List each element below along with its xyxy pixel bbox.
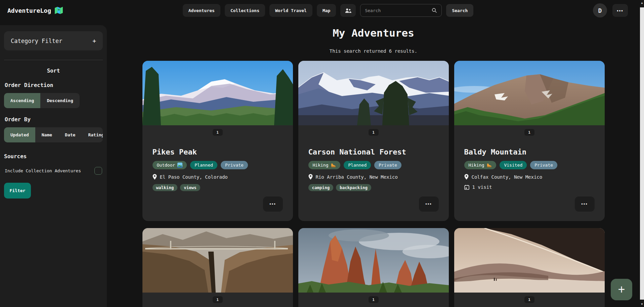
scroll-down-arrow-icon[interactable]: ▼ xyxy=(640,303,644,306)
privacy-badge: Private xyxy=(530,161,557,169)
category-filter-toggle[interactable]: Category Filter + xyxy=(4,31,103,50)
adventure-photo xyxy=(142,228,293,293)
order-by-group: Updated Name Date Rating xyxy=(4,127,103,142)
adventure-card-carson-national-forest[interactable]: 1 Carson National Forest Hiking Planned … xyxy=(298,61,449,221)
adventure-card-4[interactable]: 1 xyxy=(142,228,293,307)
card-menu-button[interactable]: ••• xyxy=(419,196,439,212)
category-badge: Outdoor xyxy=(153,161,187,169)
nav-item-collections[interactable]: Collections xyxy=(225,4,265,17)
location-pin-icon xyxy=(153,174,157,180)
filter-sidebar: Category Filter + Sort Order Direction A… xyxy=(0,25,107,307)
hiking-boot-icon xyxy=(331,163,336,168)
category-filter-label: Category Filter xyxy=(11,38,62,44)
tag: camping xyxy=(308,184,334,191)
plus-icon: + xyxy=(92,37,96,44)
adventure-card-6[interactable]: 1 xyxy=(454,228,605,307)
sidebar-divider xyxy=(4,60,103,60)
status-badge: Planned xyxy=(190,161,217,169)
order-direction-ascending[interactable]: Ascending xyxy=(4,93,40,108)
search-icon xyxy=(432,8,437,13)
image-count-badge: 1 xyxy=(369,129,379,136)
adventure-photo xyxy=(298,228,449,293)
search-input[interactable] xyxy=(365,8,429,13)
status-badge: Planned xyxy=(344,161,371,169)
adventure-photo xyxy=(454,228,605,293)
image-count-badge: 1 xyxy=(524,296,534,303)
adventure-photo xyxy=(142,61,293,125)
order-by-label: Order By xyxy=(5,116,103,123)
order-direction-group: Ascending Descending xyxy=(4,93,80,108)
map-logo-icon xyxy=(54,6,63,15)
tag: backpacking xyxy=(336,184,371,191)
tag: walking xyxy=(153,184,178,191)
page-scrollbar[interactable]: ▲ ▼ xyxy=(640,0,644,307)
include-collection-row: Include Collection Adventures xyxy=(4,167,103,175)
nav-item-map[interactable]: Map xyxy=(317,4,336,17)
results-summary: This search returned 6 results. xyxy=(107,48,640,54)
order-by-name[interactable]: Name xyxy=(35,127,58,142)
app-title: AdventureLog xyxy=(7,7,51,14)
add-adventure-button[interactable]: + xyxy=(611,279,632,300)
privacy-badge: Private xyxy=(221,161,248,169)
order-by-updated[interactable]: Updated xyxy=(4,127,35,142)
avatar[interactable]: D xyxy=(593,3,607,17)
image-count-badge: 1 xyxy=(524,129,534,136)
privacy-badge: Private xyxy=(374,161,401,169)
image-count-badge: 1 xyxy=(213,129,223,136)
adventure-location: Rio Arriba County, New Mexico xyxy=(316,174,398,180)
card-menu-button[interactable]: ••• xyxy=(575,196,595,212)
sources-heading: Sources xyxy=(4,153,103,160)
adventure-photo xyxy=(298,61,449,125)
order-by-rating[interactable]: Rating xyxy=(82,127,103,142)
adventure-title: Baldy Mountain xyxy=(464,148,595,156)
visit-count: 1 visit xyxy=(472,184,492,190)
app-logo[interactable]: AdventureLog xyxy=(7,6,63,15)
adventure-location: Colfax County, New Mexico xyxy=(472,174,543,180)
scroll-up-arrow-icon[interactable]: ▲ xyxy=(640,1,644,4)
users-button[interactable] xyxy=(340,4,356,17)
ellipsis-icon: ••• xyxy=(617,8,624,13)
sort-heading: Sort xyxy=(4,68,103,74)
nav-right: D ••• xyxy=(593,3,633,17)
main-content: My Adventures This search returned 6 res… xyxy=(107,21,640,307)
users-icon xyxy=(345,7,351,13)
card-menu-button[interactable]: ••• xyxy=(263,196,283,212)
image-count-badge: 1 xyxy=(213,296,223,303)
navbar: AdventureLog Adventures Collections Worl… xyxy=(0,0,640,21)
category-badge: Hiking xyxy=(308,161,341,169)
adventure-grid: 1 Pikes Peak Outdoor Planned xyxy=(107,61,640,307)
adventure-photo xyxy=(454,61,605,125)
filter-button[interactable]: Filter xyxy=(4,183,31,199)
overflow-menu-button[interactable]: ••• xyxy=(612,4,628,17)
search-box xyxy=(360,4,442,17)
adventure-card-baldy-mountain[interactable]: 1 Baldy Mountain Hiking Visited Private xyxy=(454,61,605,221)
nav-item-world-travel[interactable]: World Travel xyxy=(269,4,312,17)
nav-menu: Adventures Collections World Travel Map … xyxy=(183,4,474,17)
status-badge: Visited xyxy=(500,161,527,169)
include-collection-checkbox[interactable] xyxy=(94,167,102,175)
order-by-date[interactable]: Date xyxy=(58,127,82,142)
order-direction-descending[interactable]: Descending xyxy=(40,93,79,108)
order-direction-label: Order Direction xyxy=(5,82,103,88)
adventure-title: Carson National Forest xyxy=(308,148,439,156)
scrollbar-thumb[interactable] xyxy=(640,7,644,300)
adventure-title: Pikes Peak xyxy=(153,148,283,156)
nav-item-adventures[interactable]: Adventures xyxy=(183,4,220,17)
tag: views xyxy=(180,184,200,191)
calendar-icon xyxy=(464,185,469,190)
page-title: My Adventures xyxy=(107,27,640,39)
adventure-location: El Paso County, Colorado xyxy=(160,174,228,180)
adventure-card-5[interactable]: 1 xyxy=(298,228,449,307)
category-badge: Hiking xyxy=(464,161,497,169)
image-count-badge: 1 xyxy=(369,296,379,303)
location-pin-icon xyxy=(308,174,313,180)
adventure-card-pikes-peak[interactable]: 1 Pikes Peak Outdoor Planned xyxy=(142,61,293,221)
park-icon xyxy=(177,163,182,168)
location-pin-icon xyxy=(464,174,469,180)
include-collection-label: Include Collection Adventures xyxy=(5,168,81,173)
hiking-boot-icon xyxy=(486,163,492,168)
search-button[interactable]: Search xyxy=(446,4,473,17)
